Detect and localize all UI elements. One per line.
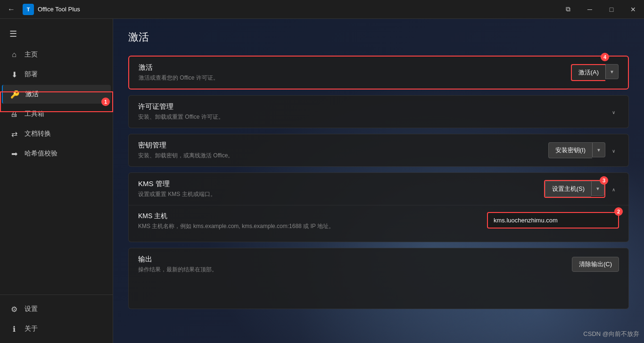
kms-host-label: KMS 主机 (138, 212, 478, 220)
key-manage-expand-button[interactable]: ∨ (608, 145, 619, 156)
back-button[interactable]: ← (4, 2, 19, 17)
key-manage-card-actions: 安装密钥(I) ▼ ∨ (548, 142, 619, 158)
hash-icon: ➡ (9, 149, 19, 158)
annotation-badge-2: 2 (614, 207, 623, 216)
kms-input-wrapper: kms.luochenzhimu.com 2 (487, 212, 619, 229)
menu-toggle[interactable]: ☰ (4, 24, 23, 43)
license-expand-button[interactable]: ∨ (608, 106, 619, 117)
license-card: 许可证管理 安装、卸载或重置 Office 许可证。 ∨ (128, 95, 629, 128)
license-card-desc: 安装、卸载或重置 Office 许可证。 (138, 113, 608, 121)
sidebar-top: ☰ ⌂ 主页 ⬇ 部署 🔑 激活 🖨 工具箱 ⇄ 文档转换 (0, 19, 113, 294)
key-manage-card-header: 密钥管理 安装、卸载密钥，或离线激活 Office。 安装密钥(I) ▼ ∨ (129, 134, 628, 166)
kms-card-title: KMS 管理 (138, 180, 544, 188)
deploy-icon: ⬇ (9, 70, 19, 79)
annotation-badge-4: 4 (601, 53, 609, 61)
sidebar-item-hash[interactable]: ➡ 哈希值校验 (2, 144, 111, 163)
output-card-left: 输出 操作结果，最新的结果在顶部。 (138, 255, 572, 274)
kms-host-input[interactable]: kms.luochenzhimu.com (487, 212, 619, 229)
annotation-badge-1: 1 (101, 98, 110, 106)
key-manage-card-desc: 安装、卸载密钥，或离线激活 Office。 (138, 152, 548, 160)
maximize-button[interactable]: □ (601, 0, 622, 19)
titlebar-left: ← T Office Tool Plus (4, 2, 80, 17)
activate-card-desc: 激活或查看您的 Office 许可证。 (139, 74, 571, 82)
back-icon: ← (8, 5, 15, 14)
sidebar-bottom: ⚙ 设置 ℹ 关于 (0, 294, 113, 343)
convert-icon: ⇄ (9, 129, 19, 139)
output-card-desc: 操作结果，最新的结果在顶部。 (138, 266, 572, 274)
activate-card-left: 激活 激活或查看您的 Office 许可证。 (139, 63, 571, 82)
activate-card-title: 激活 (139, 63, 571, 72)
sidebar-item-convert[interactable]: ⇄ 文档转换 (2, 124, 111, 143)
license-card-header: 许可证管理 安装、卸载或重置 Office 许可证。 ∨ (129, 96, 628, 128)
set-host-button[interactable]: 设置主机(S) (545, 181, 591, 197)
activate-btn-group: 激活(A) ▼ (571, 64, 619, 81)
toolbox-icon: 🖨 (9, 109, 19, 119)
set-host-btn-group: 设置主机(S) ▼ 3 (544, 180, 605, 198)
license-card-left: 许可证管理 安装、卸载或重置 Office 许可证。 (138, 102, 608, 121)
output-card-header: 输出 操作结果，最新的结果在顶部。 清除输出(C) (129, 248, 628, 280)
key-manage-card-left: 密钥管理 安装、卸载密钥，或离线激活 Office。 (138, 141, 548, 160)
activate-card-actions: 激活(A) ▼ (571, 64, 619, 81)
minimize-button[interactable]: ─ (579, 0, 601, 19)
chevron-down-icon: ▼ (610, 69, 614, 74)
main-layout: ☰ ⌂ 主页 ⬇ 部署 🔑 激活 🖨 工具箱 ⇄ 文档转换 (0, 19, 644, 343)
output-card-actions: 清除输出(C) (572, 257, 619, 272)
page-title: 激活 (128, 30, 629, 44)
sidebar-item-deploy[interactable]: ⬇ 部署 (2, 65, 111, 84)
kms-expand-button[interactable]: ∧ (608, 183, 619, 195)
sidebar-item-label: 哈希值校验 (25, 149, 58, 158)
titlebar: ← T Office Tool Plus ⧉ ─ □ ✕ (0, 0, 644, 19)
close-button[interactable]: ✕ (622, 0, 644, 19)
watermark: CSDN @向前不放弃 (583, 330, 639, 338)
output-body (129, 280, 628, 309)
content-area: 激活 激活 激活或查看您的 Office 许可证。 激活(A) ▼ (113, 19, 644, 343)
activate-button[interactable]: 激活(A) (571, 64, 605, 81)
kms-card-left: KMS 管理 设置或重置 KMS 主机或端口。 (138, 180, 544, 198)
activate-dropdown-arrow[interactable]: ▼ (605, 64, 619, 79)
kms-card-desc: 设置或重置 KMS 主机或端口。 (138, 190, 544, 198)
sidebar-item-label: 工具箱 (25, 110, 44, 118)
chevron-up-icon: ∧ (612, 187, 615, 192)
app-title: Office Tool Plus (38, 6, 80, 13)
kms-card: KMS 管理 设置或重置 KMS 主机或端口。 设置主机(S) ▼ 3 ∧ (128, 172, 629, 242)
sidebar-item-about[interactable]: ℹ 关于 (2, 319, 111, 338)
window-controls: ⧉ ─ □ ✕ (557, 0, 644, 19)
about-icon: ℹ (9, 324, 19, 334)
key-icon: 🔑 (10, 90, 20, 99)
sidebar-item-activate[interactable]: 🔑 激活 (2, 85, 111, 104)
sidebar: ☰ ⌂ 主页 ⬇ 部署 🔑 激活 🖨 工具箱 ⇄ 文档转换 (0, 19, 113, 343)
sidebar-item-label: 部署 (25, 70, 38, 79)
hamburger-icon: ☰ (9, 29, 17, 39)
settings-icon: ⚙ (9, 304, 19, 314)
install-key-dropdown-arrow[interactable]: ▼ (592, 142, 605, 157)
license-card-actions: ∨ (608, 106, 619, 117)
chevron-down-icon: ▼ (595, 186, 600, 191)
output-card: 输出 操作结果，最新的结果在顶部。 清除输出(C) (128, 248, 629, 309)
output-card-title: 输出 (138, 255, 572, 264)
annotation-badge-3: 3 (600, 176, 608, 185)
kms-input-row: KMS 主机 KMS 主机名称，例如 kms.example.com, kms.… (138, 205, 619, 234)
restore-button[interactable]: ⧉ (557, 0, 579, 19)
sidebar-item-label: 设置 (25, 305, 38, 313)
clear-output-button[interactable]: 清除输出(C) (572, 257, 619, 272)
kms-card-actions: 设置主机(S) ▼ 3 ∧ (544, 180, 619, 198)
chevron-down-icon: ∨ (612, 148, 615, 154)
sidebar-item-home[interactable]: ⌂ 主页 (2, 45, 111, 64)
sidebar-item-label: 文档转换 (25, 130, 51, 138)
kms-input-group: KMS 主机 KMS 主机名称，例如 kms.example.com, kms.… (138, 212, 478, 234)
kms-card-body: KMS 主机 KMS 主机名称，例如 kms.example.com, kms.… (129, 205, 628, 242)
activate-card-header: 激活 激活或查看您的 Office 许可证。 激活(A) ▼ (129, 57, 628, 89)
key-manage-card-title: 密钥管理 (138, 141, 548, 150)
kms-host-desc: KMS 主机名称，例如 kms.example.com, kms.example… (138, 222, 478, 230)
sidebar-item-label: 关于 (25, 325, 38, 333)
home-icon: ⌂ (9, 50, 19, 59)
app-logo: T (23, 4, 34, 15)
chevron-down-icon: ▼ (596, 147, 601, 153)
sidebar-item-settings[interactable]: ⚙ 设置 (2, 300, 111, 318)
chevron-down-icon: ∨ (612, 110, 615, 115)
sidebar-item-label: 主页 (25, 50, 38, 59)
sidebar-item-label: 激活 (25, 90, 39, 98)
install-key-button[interactable]: 安装密钥(I) (548, 142, 592, 158)
sidebar-item-toolbox[interactable]: 🖨 工具箱 (2, 105, 111, 123)
logo-text: T (27, 7, 30, 12)
